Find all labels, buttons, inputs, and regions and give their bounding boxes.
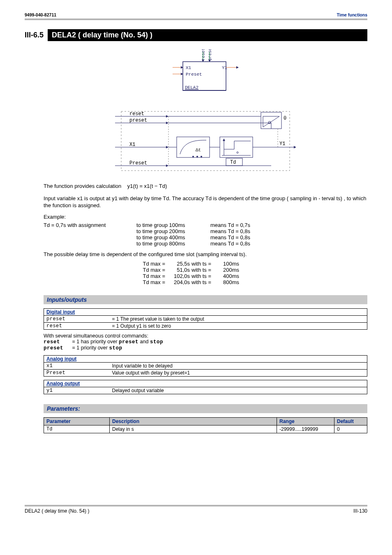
svg-point-16	[201, 156, 202, 157]
label-y1-out: Y1	[279, 141, 285, 147]
digital-input-group: Digital input	[44, 308, 367, 315]
col-description: Description	[110, 417, 277, 425]
svg-point-28	[268, 121, 271, 124]
col-parameter: Parameter	[44, 417, 110, 425]
analog-output-table: Analog output y1Delayed output variable	[44, 380, 367, 394]
params-heading: Parameters:	[44, 404, 367, 413]
label-preset: preset	[129, 118, 147, 123]
table-row: Td Delay in s -29999.....199999 0	[44, 425, 367, 433]
label-x1: X1	[129, 142, 135, 148]
signal-flow-diagram: reset preset X1 Preset Δt	[44, 108, 367, 175]
parameters-table: Parameter Description Range Default Td D…	[44, 417, 367, 433]
label-delta-t: Δt	[196, 148, 201, 153]
section-heading: III-6.5 DELA2 ( delay time (No. 54) )	[25, 29, 367, 41]
block-diagram: X1 Preset Y1 DELA2 reset preset	[44, 49, 367, 100]
digital-input-table: Digital input preset= 1 The preset value…	[44, 308, 367, 330]
page-footer: DELA2 ( delay time (No. 54) ) III-130	[25, 505, 367, 514]
io-heading: Inputs/outputs	[44, 295, 367, 304]
analog-input-group: Analog input	[44, 355, 367, 362]
col-range: Range	[277, 417, 334, 425]
table-row: x1Input variable to be delayed	[44, 362, 367, 369]
svg-point-25	[237, 152, 238, 153]
table-row: PresetValue output with delay by preset=…	[44, 369, 367, 376]
svg-point-15	[196, 156, 198, 157]
port-y1: Y1	[222, 65, 228, 70]
doc-id: 9499-040-82711	[25, 12, 56, 17]
example-left: Td = 0,7s with assignment	[44, 222, 136, 228]
port-preset: Preset	[186, 72, 202, 77]
page-header: 9499-040-82711 Time functions	[25, 10, 367, 20]
footer-right: III-130	[353, 508, 367, 514]
tdmax-intro: The possible delay time is dependent of …	[44, 251, 367, 258]
priority-note: With several simultaneous control comman…	[44, 333, 367, 351]
svg-rect-19	[220, 137, 253, 157]
page: 9499-040-82711 Time functions III-6.5 DE…	[0, 0, 392, 526]
description: Input variable x1 is output at y1 with d…	[44, 195, 367, 209]
section-number: III-6.5	[25, 29, 48, 41]
table-row: reset= 1 Output y1 is set to zero	[44, 322, 367, 329]
analog-input-table: Analog input x1Input variable to be dela…	[44, 355, 367, 377]
label-td: Td	[230, 160, 236, 165]
chapter-title: Time functions	[337, 12, 367, 17]
port-reset-top: reset	[201, 49, 206, 60]
example-label: Example:	[44, 213, 367, 221]
table-row: y1Delayed output variable	[44, 387, 367, 394]
port-x1: X1	[186, 65, 191, 70]
port-preset-top: preset	[208, 49, 212, 60]
block-name: DELA2	[185, 85, 198, 90]
svg-point-14	[192, 156, 194, 157]
example-rows: Td = 0,7s with assignment to time group …	[44, 222, 367, 247]
analog-output-group: Analog output	[44, 380, 367, 387]
table-row: preset= 1 The preset value is taken to t…	[44, 315, 367, 322]
label-zero: 0	[284, 116, 286, 121]
footer-left: DELA2 ( delay time (No. 54) )	[25, 508, 89, 514]
col-default: Default	[334, 417, 367, 425]
section-title: DELA2 ( delay time (No. 54) )	[48, 29, 367, 41]
svg-rect-13	[177, 137, 210, 157]
label-reset: reset	[129, 111, 144, 117]
tdmax-rows: Td max =25,5swith ts =100ms Td max =51,0…	[138, 261, 367, 285]
label-preset-in: Preset	[129, 160, 147, 166]
formula-line: The function provides calculation y1(t) …	[44, 183, 367, 190]
